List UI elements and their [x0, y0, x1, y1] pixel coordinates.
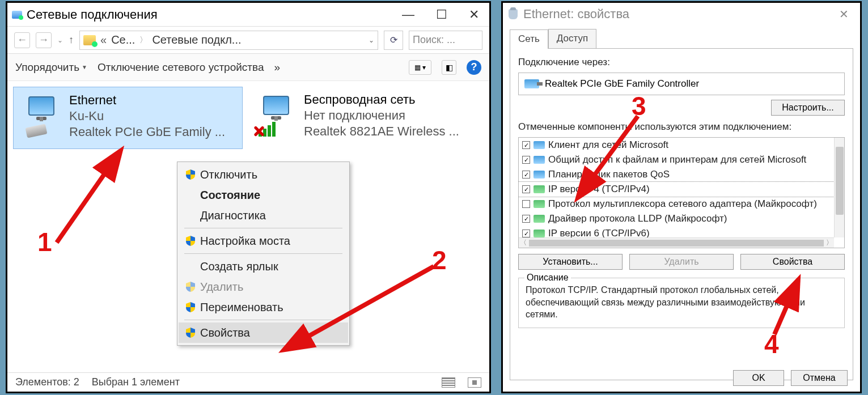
separator: [184, 320, 342, 320]
organize-label: Упорядочить: [15, 61, 79, 74]
crumb-parent-ellipsis[interactable]: «: [100, 33, 107, 46]
ctx-label: Переименовать: [200, 301, 283, 314]
crumb-parent[interactable]: Се...: [111, 33, 135, 46]
connection-wifi[interactable]: Беспроводная сеть Нет подключения Realte…: [248, 87, 478, 149]
components-list[interactable]: Клиент для сетей MicrosoftОбщий доступ к…: [518, 137, 845, 248]
connection-name: Ethernet: [69, 93, 225, 108]
ctx-delete: Удалить: [179, 277, 348, 297]
shield-icon: [185, 302, 196, 312]
nav-recent-dropdown[interactable]: ⌄: [57, 36, 63, 44]
shield-icon: [185, 236, 196, 246]
scrollbar-vertical[interactable]: [834, 138, 844, 237]
component-item[interactable]: Общий доступ к файлам и принтерам для се…: [519, 152, 834, 167]
ctx-properties[interactable]: Свойства: [179, 322, 348, 343]
monitor-icon: [533, 141, 545, 149]
context-menu: Отключить Состояние Диагностика Настройк…: [177, 162, 350, 346]
component-label: IP версии 4 (TCP/IPv4): [548, 184, 650, 195]
maximize-button[interactable]: ☐: [430, 5, 453, 24]
ethernet-properties-window: Ethernet: свойства ✕ Сеть Доступ Подключ…: [501, 1, 862, 393]
chevron-down-icon: ▼: [82, 64, 87, 70]
component-label: Клиент для сетей Microsoft: [548, 139, 668, 151]
annotation-4: 4: [764, 329, 779, 359]
component-item[interactable]: Драйвер протокола LLDP (Майкрософт): [519, 211, 834, 226]
protocol-icon: [533, 200, 545, 208]
ctx-rename[interactable]: Переименовать: [179, 297, 348, 317]
chevron-right-icon[interactable]: 〉: [139, 35, 147, 45]
connection-adapter: Realtek PCIe GbE Family ...: [69, 125, 225, 139]
view-large-icons-button[interactable]: [468, 377, 481, 388]
adapter-icon: [509, 9, 518, 19]
tab-strip: Сеть Доступ: [503, 26, 860, 48]
help-button[interactable]: ?: [467, 60, 481, 75]
toolbar-overflow[interactable]: »: [274, 61, 281, 74]
nav-up-button[interactable]: ↑: [69, 34, 74, 46]
crumb-current[interactable]: Сетевые подкл...: [152, 33, 241, 46]
ctx-bridge[interactable]: Настройка моста: [179, 231, 348, 251]
view-options-button[interactable]: ▦ ▾: [409, 60, 431, 75]
status-bar: Элементов: 2 Выбран 1 элемент: [7, 372, 489, 392]
ctx-label: Настройка моста: [200, 235, 290, 248]
checkbox[interactable]: [522, 230, 530, 237]
components-label: Отмеченные компоненты используются этим …: [518, 121, 845, 133]
adapter-box[interactable]: Realtek PCIe GbE Family Controller: [518, 73, 845, 95]
annotation-1: 1: [37, 227, 52, 257]
install-button[interactable]: Установить...: [518, 254, 623, 270]
cancel-button[interactable]: Отмена: [791, 370, 848, 386]
checkbox[interactable]: [522, 141, 530, 149]
close-button[interactable]: ✕: [833, 5, 854, 23]
refresh-button[interactable]: ⟳: [384, 31, 403, 50]
protocol-icon: [533, 215, 545, 223]
disable-device-button[interactable]: Отключение сетевого устройства: [98, 61, 264, 74]
separator: [184, 253, 342, 254]
checkbox[interactable]: [522, 171, 530, 179]
connection-network: Нет подключения: [304, 108, 459, 123]
tab-network[interactable]: Сеть: [510, 29, 548, 49]
wifi-adapter-icon: [255, 96, 297, 138]
nav-back-button[interactable]: ←: [14, 32, 30, 48]
component-item[interactable]: Протокол мультиплексора сетевого адаптер…: [519, 197, 834, 211]
address-bar[interactable]: « Се... 〉 Сетевые подкл... ⌄: [79, 31, 378, 50]
address-dropdown[interactable]: ⌄: [369, 36, 374, 44]
checkbox[interactable]: [522, 156, 530, 164]
tab-sharing[interactable]: Доступ: [548, 29, 596, 48]
nav-forward-button[interactable]: →: [36, 32, 52, 48]
scrollbar-horizontal[interactable]: 〈〉: [519, 237, 834, 248]
items-area: Ethernet Ku-Ku Realtek PCIe GbE Family .…: [7, 81, 489, 155]
checkbox[interactable]: [522, 215, 530, 223]
connection-text: Ethernet Ku-Ku Realtek PCIe GbE Family .…: [69, 93, 225, 143]
view-details-button[interactable]: [442, 377, 455, 388]
nav-bar: ← → ⌄ ↑ « Се... 〉 Сетевые подкл... ⌄ ⟳ П…: [7, 27, 489, 54]
titlebar: Сетевые подключения — ☐ ✕: [7, 3, 489, 27]
command-bar: Упорядочить ▼ Отключение сетевого устрой…: [7, 54, 489, 81]
ctx-label: Диагностика: [200, 209, 266, 222]
connect-via-label: Подключение через:: [518, 57, 845, 68]
ctx-diagnose[interactable]: Диагностика: [179, 205, 348, 226]
component-label: Драйвер протокола LLDP (Майкрософт): [548, 213, 727, 224]
item-count: Элементов: 2: [15, 376, 79, 388]
properties-button[interactable]: Свойства: [740, 254, 845, 270]
ctx-label: Свойства: [200, 326, 250, 339]
ctx-shortcut[interactable]: Создать ярлык: [179, 256, 348, 277]
preview-pane-button[interactable]: ◧: [442, 60, 456, 75]
protocol-icon: [533, 230, 545, 237]
component-label: Общий доступ к файлам и принтерам для се…: [548, 154, 806, 165]
ok-button[interactable]: OK: [733, 370, 784, 386]
window-title: Ethernet: свойства: [523, 7, 833, 22]
window-title: Сетевые подключения: [27, 7, 396, 22]
checkbox[interactable]: [522, 200, 530, 208]
component-item[interactable]: Клиент для сетей Microsoft: [519, 138, 834, 152]
folder-icon: [83, 35, 96, 45]
configure-button[interactable]: Настроить...: [771, 100, 845, 116]
preview-pane-icon: ◧: [446, 63, 453, 72]
organize-menu[interactable]: Упорядочить ▼: [15, 61, 87, 74]
connection-ethernet[interactable]: Ethernet Ku-Ku Realtek PCIe GbE Family .…: [13, 87, 243, 149]
ctx-status[interactable]: Состояние: [179, 185, 348, 205]
search-box[interactable]: Поиск: ...: [409, 31, 482, 50]
ctx-disable[interactable]: Отключить: [179, 164, 348, 185]
close-button[interactable]: ✕: [463, 5, 485, 24]
component-item[interactable]: IP версии 4 (TCP/IPv4): [519, 182, 834, 197]
checkbox[interactable]: [522, 185, 530, 193]
component-item[interactable]: Планировщик пакетов QoS: [519, 167, 834, 182]
protocol-icon: [533, 185, 545, 193]
minimize-button[interactable]: —: [396, 5, 420, 24]
